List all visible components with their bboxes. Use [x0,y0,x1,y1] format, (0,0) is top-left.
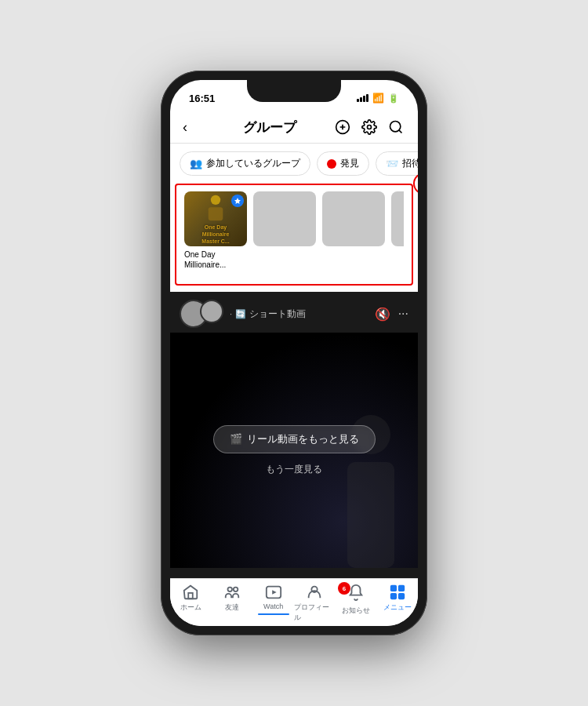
nav-notifications-label: お知らせ [342,606,370,616]
group-thumb-4 [391,191,404,246]
svg-point-6 [211,195,220,205]
nav-item-profile[interactable]: プロフィール [294,584,336,623]
tab-invite-label: 招待 [402,157,418,170]
svg-point-3 [368,126,372,129]
short-video-icon: 🔄 [235,309,246,319]
svg-line-5 [399,130,402,133]
see-more-label: リール動画をもっと見る [247,432,359,446]
svg-point-12 [234,588,238,592]
group-item-3[interactable] [322,191,385,270]
tab-joined-label: 参加しているグループ [206,157,300,170]
group-thumb-2 [253,191,316,246]
group-thumb-empty-2 [253,191,316,246]
group-item-1[interactable]: One DayMillionaireMaster C... One Day Mi… [184,191,247,270]
group-thumb-1: One DayMillionaireMaster C... [184,191,247,246]
battery-icon: 🔋 [388,93,399,104]
replay-button[interactable]: もう一度見る [266,463,322,476]
friends-icon [223,584,241,601]
screen-content: ‹ グループ [170,111,418,626]
video-bg: 🎬 リール動画をもっと見る もう一度見る [170,333,418,568]
home-icon [182,584,199,601]
video-label-text: ショート動画 [249,308,306,321]
invite-icon: 📨 [386,158,398,169]
see-more-button[interactable]: 🎬 リール動画をもっと見る [213,425,376,453]
groups-row: One DayMillionaireMaster C... One Day Mi… [184,185,404,276]
bottom-nav: ホーム 友達 [170,578,418,626]
group-thumb-3 [322,191,385,246]
mute-icon[interactable]: 🔇 [375,307,390,322]
group-thumb-empty-4 [391,191,404,246]
joined-icon: 👥 [190,158,202,169]
groups-row-container: ① One DayMillionaireMaster C... [175,184,413,286]
watch-icon [265,584,282,601]
nav-actions [333,118,405,136]
notch [247,80,341,102]
more-icon[interactable]: ··· [398,307,408,321]
watch-indicator [258,613,289,615]
svg-rect-17 [398,585,405,591]
svg-rect-7 [209,207,223,220]
filter-tabs: 👥 参加しているグループ 発見 📨 招待 [170,144,418,184]
svg-rect-19 [398,593,405,599]
short-video-dot: · [230,309,232,318]
signal-icon [357,94,368,102]
svg-point-4 [390,122,401,132]
person-icon [200,191,231,222]
phone-screen: 16:51 📶 🔋 ‹ グループ [170,80,418,626]
tab-joined[interactable]: 👥 参加しているグループ [180,151,310,176]
svg-point-11 [228,588,233,592]
settings-button[interactable] [360,118,379,136]
group-verified-icon [231,195,244,207]
nav-home-label: ホーム [180,602,201,613]
film-icon: 🎬 [230,433,242,445]
svg-rect-10 [189,593,194,599]
nav-item-watch[interactable]: Watch [252,584,294,623]
discover-icon [327,159,336,169]
svg-rect-18 [390,593,397,599]
menu-icon [389,584,406,601]
search-button[interactable] [387,118,405,136]
group-item-2[interactable] [253,191,316,270]
svg-marker-14 [272,590,277,595]
page-title: グループ [206,118,333,136]
nav-bar: ‹ グループ [170,111,418,144]
back-button[interactable]: ‹ [183,119,206,136]
nav-watch-label: Watch [263,602,283,610]
nav-friends-label: 友達 [225,602,239,613]
svg-rect-16 [390,585,397,591]
phone-frame: 16:51 📶 🔋 ‹ グループ [161,71,427,635]
group-thumb-label: One DayMillionaireMaster C... [200,222,230,246]
nav-menu-label: メニュー [383,602,412,613]
nav-item-notifications[interactable]: 6 お知らせ [336,584,377,623]
group-name-1: One Day Millionaire... [184,249,247,270]
profile-icon [306,584,323,601]
group-item-4[interactable] [391,191,404,270]
nav-item-friends[interactable]: 友達 [212,584,253,623]
wifi-icon: 📶 [372,93,384,104]
video-header: · 🔄 ショート動画 🔇 ··· [170,292,418,333]
status-icons: 📶 🔋 [357,93,399,104]
status-time: 16:51 [189,93,215,104]
avatar-2 [200,300,223,323]
nav-item-menu[interactable]: メニュー [376,584,418,623]
nav-profile-label: プロフィール [294,602,336,623]
add-group-button[interactable] [333,118,352,136]
tab-invite[interactable]: 📨 招待 [376,151,418,176]
video-actions: 🔇 ··· [375,307,408,322]
tab-discover[interactable]: 発見 [317,151,369,176]
nav-item-home[interactable]: ホーム [170,584,212,623]
notification-badge: 6 [338,582,350,595]
group-thumb-bg: One DayMillionaireMaster C... [184,191,247,246]
group-thumb-empty-3 [322,191,385,246]
svg-rect-9 [347,462,394,568]
tab-discover-label: 発見 [340,157,359,170]
video-section: · 🔄 ショート動画 🔇 ··· [170,292,418,578]
video-label: · 🔄 ショート動画 [230,308,368,321]
